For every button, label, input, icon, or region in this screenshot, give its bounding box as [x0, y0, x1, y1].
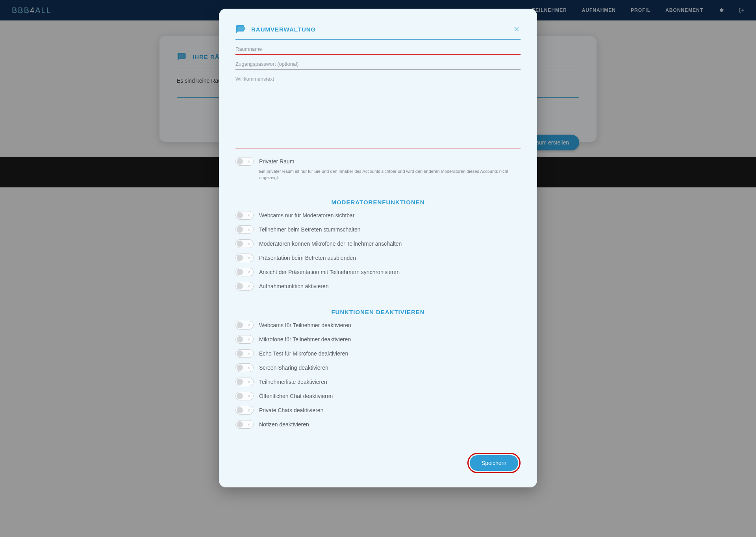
toggle-private-room-switch[interactable]: ×	[235, 157, 254, 166]
toggle-private-room-desc: Ein privater Raum ist nur für Sie und de…	[259, 168, 521, 181]
room-password-input[interactable]	[235, 55, 521, 70]
modal-footer: Speichern	[235, 453, 521, 473]
toggle-mod-webcams-switch[interactable]: ×	[235, 211, 254, 220]
room-modal: RAUMVERWALTUNG × Privater Raum Ein priva…	[219, 9, 537, 487]
toggle-deact-echo: × Echo Test für Mikrofone deaktivieren	[235, 349, 521, 358]
section-moderator: MODERATORENFUNKTIONEN	[235, 199, 521, 206]
toggle-mod-unmute-switch[interactable]: ×	[235, 239, 254, 248]
chat-icon	[235, 24, 245, 34]
toggle-mod-unmute-label: Moderatoren können Mikrofone der Teilneh…	[259, 239, 402, 248]
toggle-mod-webcams: × Webcams nur für Moderatoren sichtbar	[235, 211, 521, 220]
toggle-deact-echo-label: Echo Test für Mikrofone deaktivieren	[259, 349, 348, 358]
toggle-deact-webcams-switch[interactable]: ×	[235, 321, 254, 330]
toggle-deact-pubchat-switch[interactable]: ×	[235, 392, 254, 400]
toggle-mod-record: × Aufnahmefunktion aktivieren	[235, 282, 521, 291]
toggle-deact-pubchat: × Öffentlichen Chat deaktivieren	[235, 392, 521, 400]
modal-header: RAUMVERWALTUNG	[235, 24, 521, 40]
close-icon[interactable]	[513, 25, 521, 33]
toggle-deact-list: × Teilnehmerliste deaktivieren	[235, 378, 521, 386]
toggle-deact-privchat: × Private Chats deaktivieren	[235, 406, 521, 415]
toggle-deact-mics: × Mikrofone für Teilnehmer deaktivieren	[235, 335, 521, 344]
toggle-private-room-textwrap: Privater Raum Ein privater Raum ist nur …	[259, 157, 521, 181]
toggle-deact-privchat-label: Private Chats deaktivieren	[259, 406, 323, 415]
toggle-mod-mute-label: Teilnehmer beim Betreten stummschalten	[259, 225, 361, 234]
toggle-mod-unmute: × Moderatoren können Mikrofone der Teiln…	[235, 239, 521, 248]
modal-divider	[235, 443, 521, 443]
toggle-mod-hidepres-label: Präsentation beim Betreten ausblenden	[259, 254, 356, 262]
toggle-deact-webcams: × Webcams für Teilnehmer deaktivieren	[235, 321, 521, 330]
toggle-private-room-label: Privater Raum	[259, 157, 521, 166]
room-name-input[interactable]	[235, 40, 521, 55]
toggle-mod-mute: × Teilnehmer beim Betreten stummschalten	[235, 225, 521, 234]
modal-title: RAUMVERWALTUNG	[251, 26, 316, 33]
save-button[interactable]: Speichern	[470, 455, 518, 471]
toggle-deact-pubchat-label: Öffentlichen Chat deaktivieren	[259, 392, 333, 400]
toggle-deact-list-label: Teilnehmerliste deaktivieren	[259, 378, 327, 386]
toggle-mod-syncpres-switch[interactable]: ×	[235, 268, 254, 276]
toggle-mod-record-switch[interactable]: ×	[235, 282, 254, 291]
toggle-mod-record-label: Aufnahmefunktion aktivieren	[259, 282, 329, 291]
toggle-deact-screen-label: Screen Sharing deaktivieren	[259, 363, 328, 372]
toggle-deact-privchat-switch[interactable]: ×	[235, 406, 254, 415]
toggle-deact-notes: × Notizen deaktivieren	[235, 420, 521, 429]
toggle-deact-screen: × Screen Sharing deaktivieren	[235, 363, 521, 372]
toggle-mod-syncpres-label: Ansicht der Präsentation mit Teilnehmern…	[259, 268, 400, 276]
toggle-mod-syncpres: × Ansicht der Präsentation mit Teilnehme…	[235, 268, 521, 276]
toggle-deact-webcams-label: Webcams für Teilnehmer deaktivieren	[259, 321, 351, 330]
toggle-mod-mute-switch[interactable]: ×	[235, 225, 254, 234]
toggle-mod-hidepres-switch[interactable]: ×	[235, 254, 254, 262]
section-deactivate: FUNKTIONEN DEAKTIVIEREN	[235, 309, 521, 315]
save-button-highlight: Speichern	[467, 453, 521, 473]
toggle-private-room: × Privater Raum Ein privater Raum ist nu…	[235, 157, 521, 181]
toggle-deact-notes-label: Notizen deaktivieren	[259, 420, 309, 429]
toggle-mod-hidepres: × Präsentation beim Betreten ausblenden	[235, 254, 521, 262]
toggle-deact-list-switch[interactable]: ×	[235, 378, 254, 386]
toggle-deact-screen-switch[interactable]: ×	[235, 363, 254, 372]
welcome-text-input[interactable]	[235, 70, 521, 148]
toggle-mod-webcams-label: Webcams nur für Moderatoren sichtbar	[259, 211, 355, 220]
toggle-deact-echo-switch[interactable]: ×	[235, 349, 254, 358]
toggle-deact-mics-switch[interactable]: ×	[235, 335, 254, 344]
toggle-deact-mics-label: Mikrofone für Teilnehmer deaktivieren	[259, 335, 351, 344]
toggle-deact-notes-switch[interactable]: ×	[235, 420, 254, 429]
